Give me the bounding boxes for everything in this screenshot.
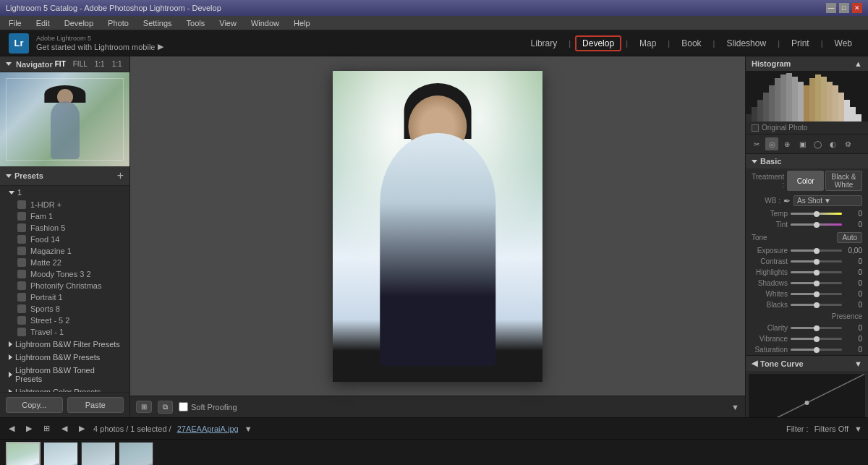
preset-food14[interactable]: Food 14: [0, 234, 129, 245]
menu-develop[interactable]: Develop: [61, 17, 96, 29]
contrast-slider[interactable]: [791, 260, 842, 263]
highlights-slider[interactable]: [791, 271, 842, 273]
auto-button[interactable]: Auto: [837, 232, 862, 243]
group1-collapse-icon: [9, 191, 14, 195]
view-mode-button[interactable]: ⊞: [136, 401, 152, 413]
temp-row: Temp 0: [746, 208, 868, 219]
menu-edit[interactable]: Edit: [33, 17, 53, 29]
blacks-label: Blacks: [752, 301, 788, 309]
preset-fashion5[interactable]: Fashion 5: [0, 222, 129, 234]
zoom-custom[interactable]: 1:1: [110, 59, 124, 69]
filmstrip-thumb-2[interactable]: [43, 442, 78, 465]
original-photo-checkbox[interactable]: [752, 124, 759, 132]
tone-curve-header[interactable]: ◀ Tone Curve ▼: [746, 356, 868, 371]
whites-slider[interactable]: [791, 293, 842, 295]
nav-library[interactable]: Library: [524, 35, 565, 51]
filmstrip-grid-icon[interactable]: ⊞: [41, 422, 53, 435]
nav-slideshow[interactable]: Slideshow: [719, 35, 773, 51]
presets-header[interactable]: Presets +: [0, 166, 129, 186]
presets-section: 1 1-HDR + Fam 1 Fashion 5 Food 14 Magazi…: [0, 186, 129, 392]
preset-1-hdr[interactable]: 1-HDR +: [0, 199, 129, 210]
filmstrip-thumb-1[interactable]: [6, 442, 41, 465]
bw-button[interactable]: Black & White: [825, 171, 862, 191]
preset-group-1-header[interactable]: 1: [0, 186, 129, 199]
presets-add-button[interactable]: +: [117, 170, 124, 182]
preset-group-bw-toned[interactable]: Lightroom B&W Toned Presets: [0, 364, 129, 385]
tint-slider[interactable]: [791, 223, 842, 226]
preset-sports8[interactable]: Sports 8: [0, 303, 129, 315]
filter-dropdown[interactable]: ▼: [854, 425, 862, 433]
tone-curve-chart: [749, 374, 865, 417]
menu-settings[interactable]: Settings: [140, 17, 175, 29]
view-compare-button[interactable]: ⧉: [158, 401, 173, 414]
menu-help[interactable]: Help: [291, 17, 313, 29]
nav-develop[interactable]: Develop: [575, 35, 621, 51]
nav-web[interactable]: Web: [827, 35, 859, 51]
exposure-slider[interactable]: [791, 249, 842, 252]
preset-travel1[interactable]: Travel - 1: [0, 326, 129, 338]
maximize-button[interactable]: □: [839, 3, 849, 13]
color-button[interactable]: Color: [787, 171, 824, 191]
filmstrip-next-nav[interactable]: ▶: [23, 422, 35, 435]
preset-magazine1[interactable]: Magazine 1: [0, 245, 129, 257]
crop-tool[interactable]: ✂: [750, 137, 763, 150]
mobile-promo-arrow[interactable]: ▶: [158, 42, 163, 51]
minimize-button[interactable]: —: [826, 3, 836, 13]
wb-dropdown[interactable]: As Shot ▼: [793, 195, 862, 206]
mobile-promo[interactable]: Get started with Lightroom mobile ▶: [36, 42, 163, 51]
filmstrip-thumb-3[interactable]: [81, 442, 116, 465]
preset-label: Matte 22: [30, 258, 61, 267]
paste-button[interactable]: Paste: [67, 397, 124, 413]
blacks-slider[interactable]: [791, 304, 842, 306]
preset-group-bw-filter[interactable]: Lightroom B&W Filter Presets: [0, 338, 129, 351]
filter-value: Filters Off: [814, 425, 848, 433]
saturation-slider[interactable]: [791, 349, 842, 351]
film-file-path[interactable]: 27AEAApraiA.jpg: [177, 425, 239, 433]
nav-book[interactable]: Book: [674, 35, 708, 51]
radial-filter-tool[interactable]: ◯: [811, 137, 824, 150]
preset-label: Travel - 1: [30, 328, 64, 336]
clarity-slider[interactable]: [791, 327, 842, 329]
close-button[interactable]: ✕: [852, 3, 862, 13]
menu-view[interactable]: View: [216, 17, 239, 29]
redeye-tool[interactable]: ⊕: [780, 137, 793, 150]
toolbar-dropdown[interactable]: ▼: [731, 403, 739, 411]
soft-proofing-checkbox[interactable]: [179, 402, 188, 411]
nav-print[interactable]: Print: [784, 35, 817, 51]
navigator-header[interactable]: Navigator FIT FILL 1:1 1:1: [0, 56, 129, 72]
temp-slider[interactable]: [791, 213, 842, 215]
copy-button[interactable]: Copy...: [6, 397, 63, 413]
histogram-header[interactable]: Histogram ▲: [746, 56, 868, 71]
basic-section-header[interactable]: Basic: [746, 154, 868, 168]
film-path-dropdown[interactable]: ▼: [244, 425, 252, 433]
preset-photonify[interactable]: Photonify Christmas: [0, 280, 129, 291]
menu-file[interactable]: File: [6, 17, 25, 29]
preset-moody[interactable]: Moody Tones 3 2: [0, 268, 129, 280]
nav-map[interactable]: Map: [632, 35, 663, 51]
preset-street52[interactable]: Street - 5 2: [0, 315, 129, 326]
filmstrip-prev-nav[interactable]: ◀: [6, 422, 17, 435]
soft-proofing-toggle[interactable]: Soft Proofing: [179, 402, 237, 411]
preset-matte22[interactable]: Matte 22: [0, 257, 129, 268]
graduated-filter-tool[interactable]: ▣: [796, 137, 809, 150]
settings-tool[interactable]: ⚙: [841, 137, 854, 150]
preset-fam1[interactable]: Fam 1: [0, 210, 129, 222]
zoom-fit[interactable]: FIT: [53, 59, 68, 69]
menu-photo[interactable]: Photo: [105, 17, 132, 29]
shadows-slider[interactable]: [791, 282, 842, 284]
spot-removal-tool[interactable]: ◎: [765, 137, 778, 150]
adjustment-brush-tool[interactable]: ◐: [826, 137, 839, 150]
vibrance-slider[interactable]: [791, 338, 842, 340]
menu-window[interactable]: Window: [248, 17, 282, 29]
preset-group-bw[interactable]: Lightroom B&W Presets: [0, 351, 129, 364]
wb-dropdown-arrow: ▼: [824, 197, 831, 205]
menu-tools[interactable]: Tools: [184, 17, 208, 29]
filmstrip-right-arrow[interactable]: ▶: [76, 422, 88, 435]
preset-group-color[interactable]: Lightroom Color Presets: [0, 385, 129, 392]
zoom-fill[interactable]: FILL: [71, 59, 90, 69]
filmstrip-left-arrow[interactable]: ◀: [59, 422, 70, 435]
zoom-1-1[interactable]: 1:1: [93, 59, 107, 69]
filmstrip-thumb-4[interactable]: [119, 442, 153, 465]
preset-portrait1[interactable]: Portrait 1: [0, 291, 129, 303]
eyedropper-tool[interactable]: ✒: [783, 196, 791, 206]
